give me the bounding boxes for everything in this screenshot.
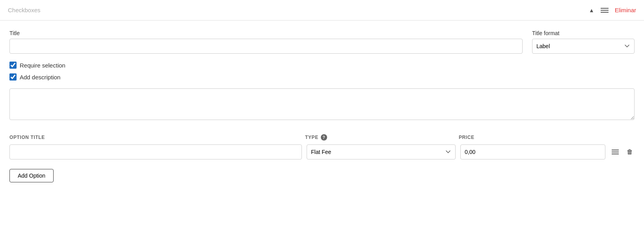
title-group: Title	[9, 30, 523, 54]
up-arrow-icon[interactable]: ▲	[589, 7, 594, 13]
options-section: OPTION TITLE TYPE ? PRICE Flat Fee Perce…	[9, 134, 635, 182]
checkboxes-section: Require selection Add description	[9, 62, 635, 81]
top-bar-actions: ▲ Eliminar	[589, 7, 636, 13]
eliminar-button[interactable]: Eliminar	[615, 7, 636, 13]
add-description-label: Add description	[20, 74, 60, 81]
title-input[interactable]	[9, 39, 523, 54]
description-textarea[interactable]	[9, 88, 635, 120]
title-row: Title Title format Label H1 H2 H3	[9, 30, 635, 54]
top-bar-title: Checkboxes	[8, 7, 41, 13]
type-help-icon[interactable]: ?	[321, 134, 327, 141]
option-title-input[interactable]	[9, 144, 302, 159]
title-label: Title	[9, 30, 523, 36]
top-bar: Checkboxes ▲ Eliminar	[0, 0, 644, 21]
menu-icon[interactable]	[601, 8, 609, 13]
title-format-label: Title format	[532, 30, 635, 36]
title-format-group: Title format Label H1 H2 H3	[532, 30, 635, 54]
content-area: Title Title format Label H1 H2 H3 Requir…	[0, 21, 644, 192]
option-row: Flat Fee Percentage Free 🗑	[9, 144, 635, 159]
option-price-input[interactable]	[460, 144, 605, 159]
option-delete-icon[interactable]: 🗑	[625, 147, 635, 157]
options-header: OPTION TITLE TYPE ? PRICE	[9, 134, 635, 141]
add-description-checkbox[interactable]	[9, 73, 17, 81]
require-selection-row: Require selection	[9, 62, 635, 69]
col-price-header: PRICE	[459, 135, 635, 140]
require-selection-label: Require selection	[20, 62, 65, 69]
add-option-button[interactable]: Add Option	[9, 169, 54, 182]
option-type-select[interactable]: Flat Fee Percentage Free	[307, 144, 456, 159]
col-option-title-header: OPTION TITLE	[9, 135, 305, 140]
title-format-select[interactable]: Label H1 H2 H3	[532, 39, 635, 54]
option-menu-icon[interactable]	[610, 148, 620, 156]
col-type-header: TYPE ?	[305, 134, 459, 141]
add-description-row: Add description	[9, 73, 635, 81]
require-selection-checkbox[interactable]	[9, 62, 17, 69]
